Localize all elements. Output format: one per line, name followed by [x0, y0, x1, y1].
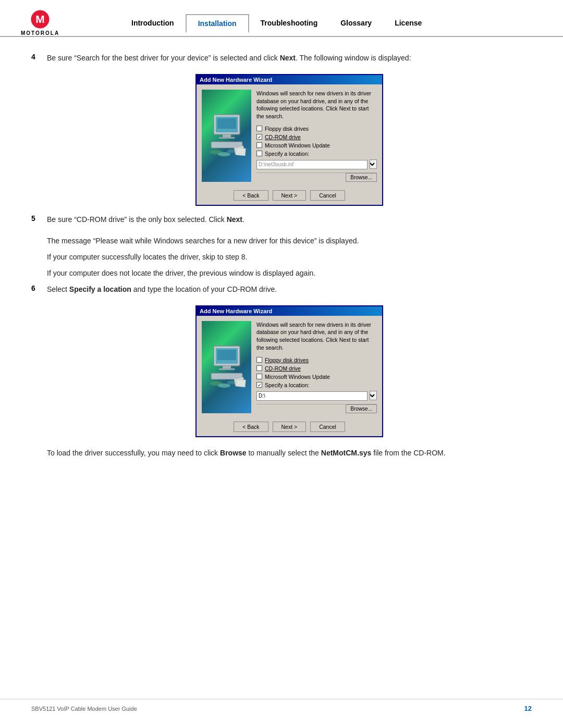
motorola-icon: M: [30, 9, 50, 29]
svg-rect-4: [217, 118, 236, 129]
win-title-1-text: Add New Hardware Wizard: [200, 77, 272, 83]
win-title-2-text: Add New Hardware Wizard: [200, 308, 272, 314]
svg-point-20: [218, 384, 230, 388]
svg-rect-16: [223, 366, 231, 368]
tab-introduction[interactable]: Introduction: [120, 15, 186, 33]
svg-rect-12: [236, 148, 246, 156]
sub-para-1: The message “Please wait while Windows s…: [47, 236, 532, 246]
win-checkbox-floppy-1[interactable]: [256, 126, 262, 131]
win-content-2: Windows will search for new drivers in i…: [256, 321, 377, 413]
win-option-winupdate-2: Microsoft Windows Update: [256, 374, 377, 380]
win-browse-btn-1[interactable]: Browse...: [346, 173, 377, 182]
win-next-btn-1[interactable]: Next >: [273, 190, 307, 201]
step-6-text: Select Specify a location and type the l…: [47, 284, 532, 295]
step-4-number: 4: [31, 53, 47, 61]
win-desc-text-2: Windows will search for new drivers in i…: [256, 321, 377, 352]
computer-illustration-1: [206, 109, 248, 162]
svg-point-9: [218, 152, 230, 156]
step-6-block: 6 Select Specify a location and type the…: [31, 284, 532, 295]
win-textfield-2[interactable]: [256, 391, 368, 401]
tab-license[interactable]: License: [383, 15, 433, 33]
win-desc-text-1: Windows will search for new drivers in i…: [256, 90, 377, 120]
win-back-btn-2[interactable]: < Back: [234, 422, 268, 432]
svg-text:M: M: [35, 13, 44, 25]
win-back-btn-1[interactable]: < Back: [234, 190, 268, 201]
win-dialog-2: Add New Hardware Wizard: [195, 305, 383, 437]
motorola-text: MOTOROLA: [21, 30, 59, 36]
win-browse-btn-2[interactable]: Browse...: [346, 404, 377, 413]
win-option-winupdate-1: Microsoft Windows Update: [256, 142, 377, 149]
dialog1-screenshot: Add New Hardware Wizard: [47, 74, 532, 206]
win-textfield-1[interactable]: [256, 160, 368, 169]
step-5-block: 5 Be sure “CD-ROM drive” is the only box…: [31, 214, 532, 225]
step-5-text: Be sure “CD-ROM drive” is the only box s…: [47, 214, 532, 225]
tab-installation[interactable]: Installation: [186, 14, 249, 33]
win-dialog-1: Add New Hardware Wizard: [195, 74, 383, 206]
win-checkbox-cdrom-1[interactable]: [256, 134, 262, 140]
logo-area: M MOTOROLA: [21, 9, 104, 36]
svg-rect-5: [223, 134, 231, 137]
win-label-floppy-1: Floppy disk drives: [265, 126, 309, 132]
win-image-area-2: [202, 321, 251, 413]
footer-page: 12: [524, 705, 532, 712]
closing-para: To load the driver successfully, you may…: [47, 448, 532, 459]
page-header: M MOTOROLA Introduction Installation Tro…: [0, 0, 563, 37]
win-label-cdrom-1: CD-ROM drive: [265, 134, 301, 140]
win-option-specify-1: Specify a location:: [256, 151, 377, 157]
win-body-2: Windows will search for new drivers in i…: [197, 316, 382, 418]
win-cancel-btn-1[interactable]: Cancel: [310, 190, 345, 201]
win-label-winupdate-2: Microsoft Windows Update: [265, 374, 330, 380]
step-6-number: 6: [31, 284, 47, 292]
win-image-area-1: [202, 90, 251, 182]
win-next-btn-2[interactable]: Next >: [273, 422, 307, 432]
step-5-number: 5: [31, 214, 47, 223]
win-dropdown-2[interactable]: [370, 391, 377, 400]
win-checkbox-specify-2[interactable]: [256, 382, 262, 388]
win-checkbox-winupdate-1[interactable]: [256, 142, 262, 148]
sub-para-3: If your computer does not locate the dri…: [47, 268, 532, 279]
win-checkbox-floppy-2[interactable]: [256, 357, 262, 363]
dialog2-screenshot: Add New Hardware Wizard: [47, 305, 532, 437]
win-titlebar-2: Add New Hardware Wizard: [197, 306, 382, 316]
tab-troubleshooting[interactable]: Troubleshooting: [249, 15, 329, 33]
win-dropdown-1[interactable]: [370, 159, 377, 169]
motorola-logo: M MOTOROLA: [21, 9, 59, 36]
step-4-text: Be sure “Search for the best driver for …: [47, 53, 532, 64]
footer-text: SBV5121 VoIP Cable Modem User Guide: [31, 706, 137, 712]
win-footer-1: < Back Next > Cancel: [197, 187, 382, 205]
win-checkbox-winupdate-2[interactable]: [256, 374, 262, 379]
win-label-specify-2: Specify a location:: [265, 382, 309, 388]
win-body-1: Windows will search for new drivers in i…: [197, 84, 382, 187]
step-4-block: 4 Be sure “Search for the best driver fo…: [31, 53, 532, 64]
main-content: 4 Be sure “Search for the best driver fo…: [0, 37, 563, 485]
svg-rect-23: [236, 379, 246, 388]
win-content-1: Windows will search for new drivers in i…: [256, 90, 377, 182]
win-label-winupdate-1: Microsoft Windows Update: [265, 142, 330, 149]
svg-rect-17: [219, 368, 235, 370]
win-option-specify-2: Specify a location:: [256, 382, 377, 388]
computer-illustration-2: [206, 341, 248, 393]
win-label-cdrom-2: CD-ROM drive: [265, 365, 301, 372]
svg-rect-6: [219, 137, 235, 139]
win-label-specify-1: Specify a location:: [265, 151, 309, 157]
win-titlebar-1: Add New Hardware Wizard: [197, 75, 382, 84]
win-option-floppy-1: Floppy disk drives: [256, 126, 377, 132]
win-checkbox-cdrom-2[interactable]: [256, 365, 262, 371]
win-checkbox-specify-1[interactable]: [256, 151, 262, 156]
win-option-floppy-2: Floppy disk drives: [256, 357, 377, 363]
win-cancel-btn-2[interactable]: Cancel: [310, 422, 345, 432]
sub-para-2: If your computer successfully locates th…: [47, 252, 532, 263]
nav-tabs: Introduction Installation Troubleshootin…: [120, 14, 542, 32]
page-footer: SBV5121 VoIP Cable Modem User Guide 12: [0, 699, 563, 718]
svg-rect-15: [217, 350, 236, 360]
win-label-floppy-2: Floppy disk drives: [265, 357, 309, 363]
win-footer-2: < Back Next > Cancel: [197, 418, 382, 436]
tab-glossary[interactable]: Glossary: [329, 15, 383, 33]
win-option-cdrom-2: CD-ROM drive: [256, 365, 377, 372]
win-option-cdrom-1: CD-ROM drive: [256, 134, 377, 140]
